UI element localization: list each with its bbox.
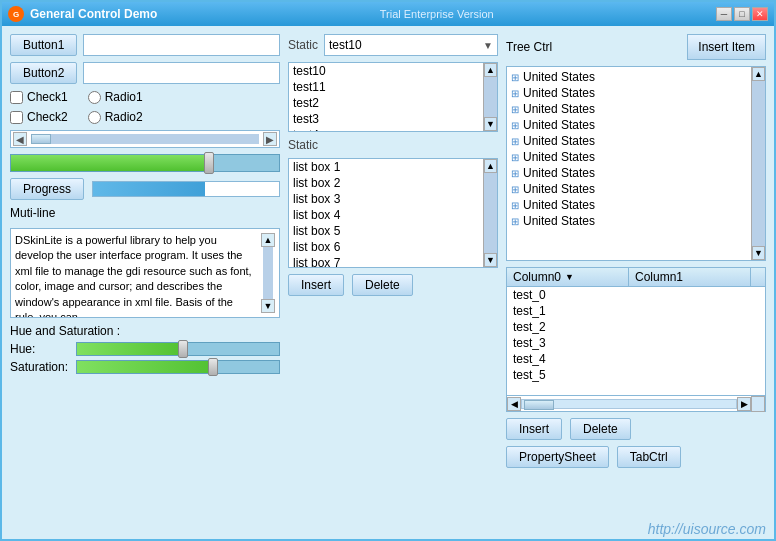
tree-scroll-track[interactable] [752,81,765,246]
tree-item[interactable]: ⊞United States [509,149,749,165]
button2[interactable]: Button2 [10,62,77,84]
radio1[interactable] [88,91,101,104]
button2-input[interactable] [83,62,280,84]
list2-scroll-down[interactable]: ▼ [484,253,497,267]
list-item[interactable]: list box 5 [289,223,483,239]
list1-scroll-track[interactable] [484,77,497,117]
app-title: General Control Demo [30,7,157,21]
lv-hscroll-right[interactable]: ▶ [737,397,751,411]
list-item[interactable]: test2 [289,95,483,111]
scroll-left-arrow[interactable]: ◀ [13,132,27,146]
slider-thumb[interactable] [204,152,214,174]
tree-item[interactable]: ⊞United States [509,213,749,229]
saturation-slider[interactable] [76,360,280,374]
tree-scroll-down[interactable]: ▼ [752,246,765,260]
tree-expand-icon[interactable]: ⊞ [511,72,519,83]
lv-hscroll-thumb[interactable] [524,400,554,410]
list-item[interactable]: test10 [289,63,483,79]
lv-hscrollbar[interactable]: ◀ ▶ [507,395,765,411]
tree-item[interactable]: ⊞United States [509,85,749,101]
tree-item[interactable]: ⊞United States [509,117,749,133]
list-item[interactable]: list box 4 [289,207,483,223]
minimize-button[interactable]: ─ [716,7,732,21]
scroll-up-arrow[interactable]: ▲ [261,233,275,247]
multiline-text[interactable]: DSkinLite is a powerful library to help … [15,233,257,313]
tree-expand-icon[interactable]: ⊞ [511,136,519,147]
scroll-right-arrow[interactable]: ▶ [263,132,277,146]
subtitle: Trial Enterprise Version [380,8,494,20]
lv-hscroll-track[interactable] [521,399,737,409]
insert-item-button[interactable]: Insert Item [687,34,766,60]
check1-checkbox[interactable] [10,91,23,104]
tree-item[interactable]: ⊞United States [509,133,749,149]
tree-item[interactable]: ⊞United States [509,69,749,85]
scroll-thumb[interactable] [31,134,51,144]
saturation-label: Saturation: [10,360,70,374]
horizontal-scrollbar[interactable]: ◀ ▶ [10,130,280,148]
list-item[interactable]: test4 [289,127,483,131]
progress-button[interactable]: Progress [10,178,84,200]
list2-scroll-track[interactable] [484,173,497,253]
list-item[interactable]: list box 6 [289,239,483,255]
tree-scroll-up[interactable]: ▲ [752,67,765,81]
lv-item[interactable]: test_3 [507,335,765,351]
tree-item[interactable]: ⊞United States [509,197,749,213]
list-item[interactable]: test3 [289,111,483,127]
tree-item-label: United States [523,166,595,180]
tree-item[interactable]: ⊞United States [509,165,749,181]
tree-item[interactable]: ⊞United States [509,181,749,197]
tree-ctrl: ⊞United States⊞United States⊞United Stat… [506,66,766,261]
close-button[interactable]: ✕ [752,7,768,21]
list-item[interactable]: test11 [289,79,483,95]
hue-thumb[interactable] [178,340,188,358]
maximize-button[interactable]: □ [734,7,750,21]
hue-slider[interactable] [76,342,280,356]
lv-item[interactable]: test_0 [507,287,765,303]
tree-expand-icon[interactable]: ⊞ [511,120,519,131]
insert-button[interactable]: Insert [288,274,344,296]
tree-scrollbar[interactable]: ▲ ▼ [751,67,765,260]
tree-expand-icon[interactable]: ⊞ [511,104,519,115]
check2-checkbox[interactable] [10,111,23,124]
button1[interactable]: Button1 [10,34,77,56]
combo-box[interactable]: test10 ▼ [324,34,498,56]
list-box-1[interactable]: test10test11test2test3test4test5 ▲ ▼ [288,62,498,132]
list2-scroll-up[interactable]: ▲ [484,159,497,173]
scroll-v-track[interactable] [263,247,273,299]
list-item[interactable]: list box 7 [289,255,483,268]
list-item[interactable]: list box 1 [289,159,483,175]
green-slider[interactable] [10,154,280,172]
lv-item[interactable]: test_5 [507,367,765,383]
lv-item[interactable]: test_4 [507,351,765,367]
list-box-2[interactable]: list box 1list box 2list box 3list box 4… [288,158,498,268]
tree-expand-icon[interactable]: ⊞ [511,152,519,163]
tree-expand-icon[interactable]: ⊞ [511,88,519,99]
lv-hscroll-left[interactable]: ◀ [507,397,521,411]
list1-scroll-down[interactable]: ▼ [484,117,497,131]
tree-expand-icon[interactable]: ⊞ [511,216,519,227]
list1-scrollbar[interactable]: ▲ ▼ [483,63,497,131]
lv-col1-header[interactable]: Column1 [629,268,751,286]
scroll-down-arrow[interactable]: ▼ [261,299,275,313]
lv-col0-header[interactable]: Column0 ▼ [507,268,629,286]
list-item[interactable]: list box 2 [289,175,483,191]
scroll-track[interactable] [31,134,259,144]
tab-ctrl-button[interactable]: TabCtrl [617,446,681,468]
tree-expand-icon[interactable]: ⊞ [511,184,519,195]
tree-expand-icon[interactable]: ⊞ [511,200,519,211]
lv-insert-button[interactable]: Insert [506,418,562,440]
list-item[interactable]: list box 3 [289,191,483,207]
lv-delete-button[interactable]: Delete [570,418,631,440]
multiline-area[interactable]: DSkinLite is a powerful library to help … [10,228,280,318]
tree-item[interactable]: ⊞United States [509,101,749,117]
list1-scroll-up[interactable]: ▲ [484,63,497,77]
radio2[interactable] [88,111,101,124]
lv-item[interactable]: test_1 [507,303,765,319]
delete-button[interactable]: Delete [352,274,413,296]
lv-item[interactable]: test_2 [507,319,765,335]
tree-expand-icon[interactable]: ⊞ [511,168,519,179]
list2-scrollbar[interactable]: ▲ ▼ [483,159,497,267]
property-sheet-button[interactable]: PropertySheet [506,446,609,468]
saturation-thumb[interactable] [208,358,218,376]
button1-input[interactable] [83,34,280,56]
